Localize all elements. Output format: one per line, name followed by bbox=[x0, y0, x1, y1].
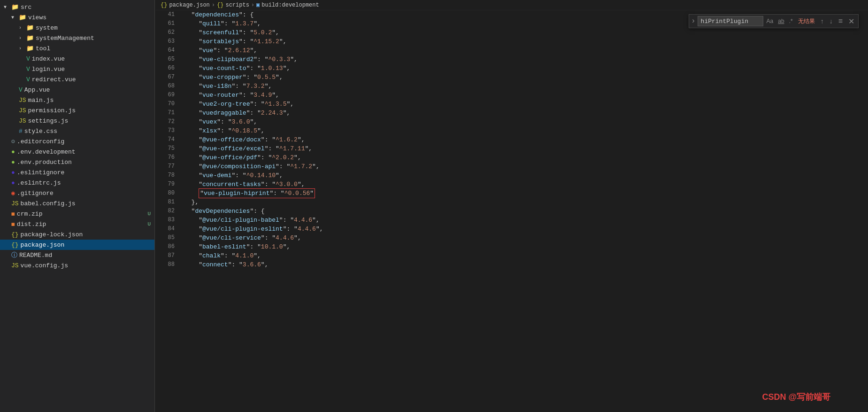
sidebar-item-style.css[interactable]: #style.css bbox=[0, 126, 154, 136]
code-line: "@vue/composition-api": "^1.7.2", bbox=[184, 162, 868, 171]
sidebar-item-redirect.vue[interactable]: Vredirect.vue bbox=[0, 74, 154, 85]
code-token: " bbox=[184, 144, 202, 153]
line-number: 80 bbox=[155, 189, 175, 198]
line-number: 87 bbox=[155, 251, 175, 260]
line-number: 72 bbox=[155, 117, 175, 126]
sidebar-item-label: tool bbox=[36, 45, 50, 52]
code-token: ^0.0.56 bbox=[284, 190, 310, 197]
sidebar-item-tool[interactable]: ›📁tool bbox=[0, 43, 154, 54]
code-token: " bbox=[200, 190, 204, 197]
code-token: 4.4.6 bbox=[276, 233, 294, 242]
code-token: @vue-office/docx bbox=[202, 135, 261, 144]
code-token: " bbox=[184, 225, 202, 233]
code-token: " bbox=[184, 126, 202, 135]
code-token: ^2.0.2 bbox=[272, 153, 294, 162]
sidebar-item-package.json[interactable]: {}package.json bbox=[0, 240, 154, 250]
search-bar: › Aa ab .* 无结果 ↑ ↓ ≡ ✕ bbox=[689, 14, 859, 28]
code-token: 1.3.7 bbox=[235, 19, 253, 28]
code-token: " bbox=[184, 10, 195, 19]
code-token: ": " bbox=[246, 64, 261, 73]
code-token: vue-demi bbox=[202, 171, 231, 180]
sidebar-item-label: systemManagement bbox=[36, 35, 94, 42]
sidebar-item-system[interactable]: ›📁system bbox=[0, 23, 154, 33]
code-token: " bbox=[184, 251, 202, 260]
code-token: ": " bbox=[239, 28, 253, 37]
vue-icon: V bbox=[19, 86, 23, 93]
sidebar-item-crm.zip[interactable]: ◼crm.zipU bbox=[0, 209, 154, 219]
sidebar-item-README.md[interactable]: ⓘREADME.md bbox=[0, 250, 154, 260]
folder-arrow: ▼ bbox=[4, 5, 11, 10]
code-line: "chalk": "4.1.0", bbox=[184, 251, 868, 260]
sidebar-item-login.vue[interactable]: Vlogin.vue bbox=[0, 64, 154, 74]
search-more-button[interactable]: ≡ bbox=[837, 17, 845, 25]
code-token: " bbox=[184, 100, 202, 109]
code-token: ", bbox=[312, 162, 320, 171]
code-token: ^1.7.2 bbox=[290, 162, 312, 171]
code-token: 10.1.0 bbox=[261, 242, 283, 251]
sidebar-item-views[interactable]: ▼📁views bbox=[0, 12, 154, 23]
folder-icon: 📁 bbox=[26, 45, 34, 52]
match-word-button[interactable]: ab bbox=[776, 18, 785, 24]
sidebar-item-permission.js[interactable]: JSpermission.js bbox=[0, 105, 154, 116]
code-token: " bbox=[184, 91, 202, 100]
code-token: vue-router bbox=[202, 91, 239, 100]
sidebar-item-.editorconfig[interactable]: ⚙.editorconfig bbox=[0, 136, 154, 147]
code-token: ", bbox=[290, 55, 298, 64]
code-token: " bbox=[184, 180, 202, 189]
sidebar-item-label: crm.zip bbox=[17, 210, 43, 218]
line-number: 70 bbox=[155, 100, 175, 109]
breadcrumb-sep2: › bbox=[251, 2, 254, 8]
code-token: " bbox=[184, 233, 202, 242]
code-line: "vue": "2.6.12", bbox=[184, 46, 868, 55]
sidebar-item-.env.production[interactable]: ●.env.production bbox=[0, 157, 154, 167]
code-line: }, bbox=[184, 198, 868, 207]
sidebar-item-index.vue[interactable]: Vindex.vue bbox=[0, 54, 154, 64]
search-close-button[interactable]: ✕ bbox=[846, 17, 856, 26]
search-next-button[interactable]: ↓ bbox=[828, 17, 835, 25]
js-icon: JS bbox=[19, 97, 26, 104]
sidebar-item-App.vue[interactable]: VApp.vue bbox=[0, 85, 154, 95]
code-token: ", bbox=[276, 171, 283, 180]
sidebar-item-label: settings.js bbox=[28, 117, 69, 124]
sidebar-item-systemManagement[interactable]: ›📁systemManagement bbox=[0, 33, 154, 43]
line-number: 88 bbox=[155, 260, 175, 269]
code-line: "vue-clipboard2": "^0.3.3", bbox=[184, 55, 868, 64]
code-line: "@vue/cli-service": "4.4.6", bbox=[184, 233, 868, 242]
search-expand-arrow[interactable]: › bbox=[691, 17, 696, 25]
line-number: 61 bbox=[155, 19, 175, 28]
code-line: "devDependencies": { bbox=[184, 207, 868, 216]
regex-button[interactable]: .* bbox=[788, 18, 794, 24]
code-token: dependencies bbox=[195, 10, 239, 19]
sidebar-item-.eslintrc.js[interactable]: ●.eslintrc.js bbox=[0, 178, 154, 188]
sidebar-item-.env.development[interactable]: ●.env.development bbox=[0, 147, 154, 157]
sidebar-item-.eslintignore[interactable]: ●.eslintignore bbox=[0, 167, 154, 178]
config-icon: ⚙ bbox=[11, 138, 15, 145]
sidebar-item-main.js[interactable]: JSmain.js bbox=[0, 95, 154, 105]
sidebar-item-.gitignore[interactable]: ◉.gitignore bbox=[0, 188, 154, 198]
sidebar-item-vue.config.js[interactable]: JSvue.config.js bbox=[0, 260, 154, 271]
env-icon: ● bbox=[11, 159, 15, 166]
search-input-wrapper bbox=[698, 16, 763, 26]
code-token: 1.0.13 bbox=[261, 64, 283, 73]
code-token: " bbox=[184, 28, 202, 37]
code-token: 4.1.0 bbox=[235, 251, 253, 260]
code-token: @vue-office/pdf bbox=[202, 153, 257, 162]
js-icon: JS bbox=[19, 107, 26, 114]
sidebar-item-src[interactable]: ▼📁src bbox=[0, 2, 154, 12]
match-case-button[interactable]: Aa bbox=[765, 18, 775, 24]
line-number: 85 bbox=[155, 233, 175, 242]
search-input[interactable] bbox=[701, 18, 757, 25]
code-token: ^0.18.5 bbox=[231, 126, 257, 135]
sidebar-item-dist.zip[interactable]: ◼dist.zipU bbox=[0, 219, 154, 229]
sidebar-item-settings.js[interactable]: JSsettings.js bbox=[0, 116, 154, 126]
line-number: 64 bbox=[155, 46, 175, 55]
code-token: ", bbox=[283, 242, 291, 251]
sidebar-item-package-lock.json[interactable]: {}package-lock.json bbox=[0, 229, 154, 240]
line-number: 81 bbox=[155, 198, 175, 207]
code-token: 3.6.0 bbox=[231, 117, 250, 126]
sidebar-item-babel.config.js[interactable]: JSbabel.config.js bbox=[0, 198, 154, 209]
sidebar-item-label: vue.config.js bbox=[21, 262, 68, 269]
code-token: xlsx bbox=[202, 126, 217, 135]
search-prev-button[interactable]: ↑ bbox=[819, 17, 826, 25]
sidebar-item-label: .gitignore bbox=[17, 190, 54, 197]
